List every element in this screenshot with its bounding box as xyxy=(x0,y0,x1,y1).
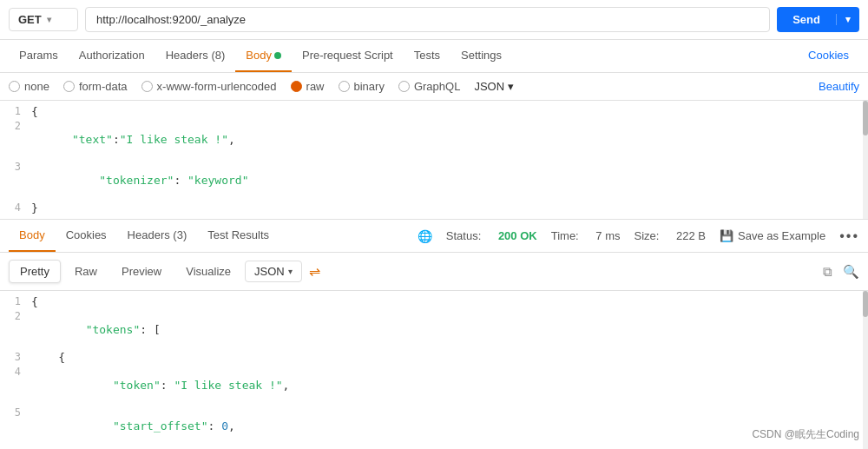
resp-linenum-4: 4 xyxy=(0,366,31,378)
tab-headers[interactable]: Headers (8) xyxy=(155,40,236,72)
req-content-4: } xyxy=(31,201,868,215)
status-globe-icon: 🌐 xyxy=(418,229,432,243)
radio-form-data[interactable]: form-data xyxy=(63,80,128,93)
time-value: 7 ms xyxy=(595,229,620,242)
req-line-2: 2 "text":"I like steak !", xyxy=(0,119,868,160)
radio-none[interactable]: none xyxy=(9,80,49,93)
method-label: GET xyxy=(18,13,42,26)
top-bar: GET ▾ Send ▾ xyxy=(0,0,868,40)
resp-json-label: JSON xyxy=(254,265,285,278)
save-icon: 💾 xyxy=(720,229,733,242)
tab-settings[interactable]: Settings xyxy=(450,40,512,72)
req-scrollbar-thumb xyxy=(863,101,868,135)
fmt-tab-visualize[interactable]: Visualize xyxy=(175,261,241,282)
resp-linenum-1: 1 xyxy=(0,295,31,307)
radio-binary-dot xyxy=(339,81,350,92)
req-line-4: 4 } xyxy=(0,201,868,215)
resp-line-2: 2 "tokens": [ xyxy=(0,309,868,350)
request-tabs: Params Authorization Headers (8) Body Pr… xyxy=(0,40,868,73)
resp-line-5: 5 "start_offset": 0, xyxy=(0,406,868,446)
response-status-area: 🌐 Status: 200 OK Time: 7 ms Size: 222 B … xyxy=(418,228,859,244)
req-content-2: "text":"I like steak !", xyxy=(31,120,868,159)
search-icon[interactable]: 🔍 xyxy=(843,264,859,280)
resp-scrollbar[interactable] xyxy=(863,291,868,449)
wrap-lines-icon[interactable]: ⇌ xyxy=(309,263,320,280)
method-dropdown-arrow: ▾ xyxy=(47,15,51,24)
radio-raw-dot xyxy=(291,81,302,92)
resp-content-4: "token": "I like steak !", xyxy=(31,366,868,405)
tab-body[interactable]: Body xyxy=(235,40,292,72)
req-content-1: { xyxy=(31,105,868,118)
watermark: CSDN @眠先生Coding xyxy=(752,427,859,442)
resp-line-1: 1 { xyxy=(0,294,868,309)
radio-urlencoded-label: x-www-form-urlencoded xyxy=(157,80,277,93)
radio-binary-label: binary xyxy=(354,80,385,93)
resp-tab-headers[interactable]: Headers (3) xyxy=(117,220,198,252)
radio-raw[interactable]: raw xyxy=(291,80,325,93)
response-body: 1 { 2 "tokens": [ 3 { 4 "token": "I like… xyxy=(0,291,868,449)
resp-linenum-2: 2 xyxy=(0,310,31,322)
response-action-icons: ⧉ 🔍 xyxy=(823,264,859,280)
resp-tab-test-results[interactable]: Test Results xyxy=(197,220,279,252)
radio-form-data-dot xyxy=(63,81,75,92)
time-label: Time: xyxy=(551,229,582,242)
json-format-select[interactable]: JSON ▾ xyxy=(474,80,514,93)
tab-pre-request[interactable]: Pre-request Script xyxy=(292,40,404,72)
tab-tests[interactable]: Tests xyxy=(404,40,450,72)
save-as-example-button[interactable]: 💾 Save as Example xyxy=(720,229,825,242)
resp-content-3: { xyxy=(31,351,868,364)
radio-form-data-label: form-data xyxy=(79,80,128,93)
radio-urlencoded-dot xyxy=(141,81,153,92)
fmt-tab-pretty[interactable]: Pretty xyxy=(9,260,61,283)
radio-graphql[interactable]: GraphQL xyxy=(398,80,460,93)
response-json-format-select[interactable]: JSON ▾ xyxy=(245,261,302,282)
url-input[interactable] xyxy=(85,7,770,32)
status-code: 200 OK xyxy=(498,229,537,242)
size-value: 222 B xyxy=(676,229,706,242)
resp-line-4: 4 "token": "I like steak !", xyxy=(0,365,868,406)
tab-cookies[interactable]: Cookies xyxy=(798,40,859,72)
tab-params[interactable]: Params xyxy=(9,40,69,72)
more-options-button[interactable]: ••• xyxy=(839,228,859,244)
response-header: Body Cookies Headers (3) Test Results 🌐 … xyxy=(0,220,868,253)
save-as-example-label: Save as Example xyxy=(738,229,825,242)
req-linenum-3: 3 xyxy=(0,161,31,173)
radio-binary[interactable]: binary xyxy=(339,80,385,93)
send-dropdown-arrow[interactable]: ▾ xyxy=(836,14,859,25)
resp-tab-cookies[interactable]: Cookies xyxy=(56,220,117,252)
status-label: Status: xyxy=(446,229,484,242)
req-linenum-2: 2 xyxy=(0,120,31,132)
tab-authorization[interactable]: Authorization xyxy=(69,40,155,72)
send-label: Send xyxy=(777,13,836,26)
json-dropdown-arrow: ▾ xyxy=(508,80,514,93)
resp-content-1: { xyxy=(31,295,868,308)
resp-line-3: 3 { xyxy=(0,350,868,365)
resp-scrollbar-thumb xyxy=(863,291,868,317)
req-content-3: "tokenizer": "keyword" xyxy=(31,161,868,200)
req-scrollbar[interactable] xyxy=(863,101,868,219)
req-line-3: 3 "tokenizer": "keyword" xyxy=(0,160,868,201)
radio-none-dot xyxy=(9,81,20,92)
json-format-label: JSON xyxy=(474,80,504,93)
method-select[interactable]: GET ▾ xyxy=(9,8,78,31)
radio-raw-label: raw xyxy=(306,80,325,93)
body-type-bar: none form-data x-www-form-urlencoded raw… xyxy=(0,73,868,101)
req-linenum-1: 1 xyxy=(0,105,31,117)
response-tabs: Body Cookies Headers (3) Test Results xyxy=(9,220,279,252)
req-linenum-4: 4 xyxy=(0,201,31,214)
beautify-button[interactable]: Beautify xyxy=(819,80,859,93)
resp-content-2: "tokens": [ xyxy=(31,310,868,349)
copy-icon[interactable]: ⧉ xyxy=(823,264,832,280)
fmt-tab-raw[interactable]: Raw xyxy=(64,261,108,282)
resp-content-5: "start_offset": 0, xyxy=(31,406,868,446)
radio-urlencoded[interactable]: x-www-form-urlencoded xyxy=(141,80,277,93)
resp-linenum-5: 5 xyxy=(0,406,31,419)
radio-none-label: none xyxy=(24,80,49,93)
response-format-bar: Pretty Raw Preview Visualize JSON ▾ ⇌ ⧉ … xyxy=(0,253,868,291)
req-line-1: 1 { xyxy=(0,104,868,119)
fmt-tab-preview[interactable]: Preview xyxy=(111,261,172,282)
resp-tab-body[interactable]: Body xyxy=(9,220,56,252)
resp-json-arrow: ▾ xyxy=(288,267,293,276)
request-body-editor: 1 { 2 "text":"I like steak !", 3 "tokeni… xyxy=(0,101,868,220)
send-button[interactable]: Send ▾ xyxy=(777,7,859,32)
